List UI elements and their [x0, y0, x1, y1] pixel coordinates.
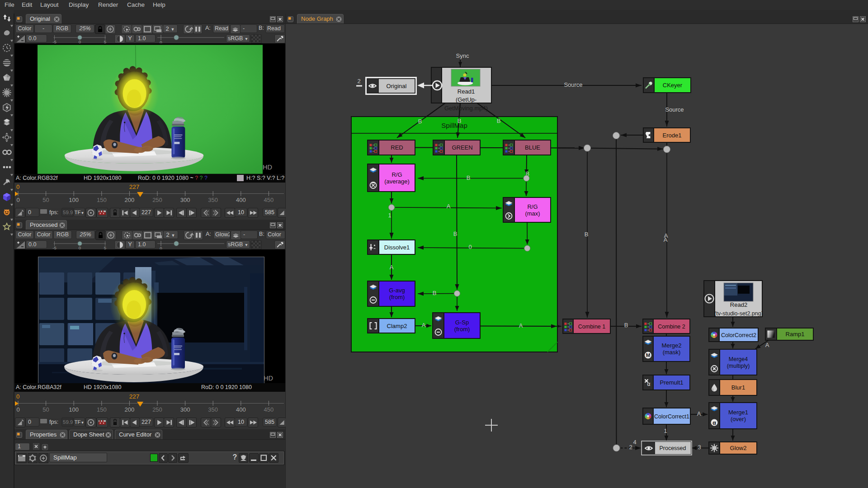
svg-text:RED: RED — [391, 144, 403, 151]
svg-text:A: A — [390, 264, 394, 271]
svg-text:A: A — [519, 322, 523, 329]
svg-text:Merge2: Merge2 — [661, 342, 681, 349]
svg-text:GetMoving.mp4): GetMoving.mp4) — [444, 105, 488, 112]
svg-text:Original: Original — [387, 83, 407, 89]
svg-text:Combine 2: Combine 2 — [658, 324, 685, 330]
svg-text:Source: Source — [564, 81, 582, 88]
svg-text:0: 0 — [16, 183, 19, 190]
svg-text:A: A — [765, 342, 769, 348]
svg-text:Clamp2: Clamp2 — [387, 323, 407, 329]
svg-text:Blur1: Blur1 — [731, 384, 745, 391]
svg-text:1: 1 — [388, 212, 391, 219]
svg-text:(average): (average) — [384, 178, 410, 185]
svg-text:200: 200 — [125, 197, 135, 203]
svg-text:250: 250 — [152, 406, 162, 413]
svg-text:50: 50 — [42, 406, 49, 413]
svg-text:α: α — [712, 420, 716, 426]
svg-text:150: 150 — [97, 406, 107, 413]
svg-text:(tv-studio-set2.png): (tv-studio-set2.png) — [714, 310, 763, 317]
svg-text:300: 300 — [180, 197, 190, 203]
svg-text:Erode1: Erode1 — [663, 132, 682, 139]
svg-text:1: 1 — [664, 427, 667, 434]
svg-text:B: B — [433, 290, 437, 296]
svg-text:0: 0 — [16, 197, 19, 203]
svg-text:B: B — [467, 174, 471, 181]
svg-text:(from): (from) — [454, 326, 470, 333]
svg-text:0: 0 — [468, 244, 472, 250]
svg-text:Premult1: Premult1 — [660, 379, 683, 386]
svg-text:Dissolve1: Dissolve1 — [384, 244, 410, 251]
svg-text:(max): (max) — [525, 210, 540, 217]
svg-text:G-avg: G-avg — [389, 287, 405, 294]
svg-text:GREEN: GREEN — [452, 144, 472, 151]
svg-text:Sync: Sync — [456, 52, 469, 59]
svg-text:3: 3 — [698, 444, 701, 450]
svg-text:100: 100 — [69, 197, 79, 203]
svg-text:M: M — [646, 352, 651, 358]
svg-text:50: 50 — [42, 197, 49, 203]
svg-text:A: A — [447, 203, 451, 210]
svg-text:Merge1: Merge1 — [728, 409, 748, 416]
svg-text:B: B — [624, 322, 628, 328]
svg-text:G-Sp: G-Sp — [455, 319, 469, 326]
svg-text:250: 250 — [152, 197, 162, 203]
svg-text:Source: Source — [665, 106, 684, 113]
svg-text:2: 2 — [629, 444, 632, 450]
svg-text:Read2: Read2 — [730, 301, 747, 308]
svg-text:150: 150 — [97, 197, 107, 203]
svg-text:Processed: Processed — [659, 445, 686, 451]
svg-text:A: A — [422, 322, 426, 328]
svg-text:450: 450 — [264, 406, 274, 413]
svg-text:ColorCorrect2: ColorCorrect2 — [721, 332, 756, 338]
svg-text:227: 227 — [129, 183, 140, 190]
svg-text:Ramp1: Ramp1 — [786, 331, 805, 338]
svg-text:227: 227 — [129, 393, 140, 400]
svg-text:(from): (from) — [389, 294, 405, 300]
svg-text:4: 4 — [633, 439, 636, 446]
svg-text:400: 400 — [236, 197, 246, 203]
svg-text:B: B — [497, 117, 501, 124]
svg-text:B: B — [458, 117, 462, 124]
svg-text:(multiply): (multiply) — [727, 363, 750, 369]
svg-text:R/G: R/G — [392, 171, 402, 178]
svg-text:A: A — [664, 236, 668, 243]
svg-text:Merge4: Merge4 — [729, 356, 748, 362]
svg-text:350: 350 — [208, 406, 218, 413]
svg-text:BLUE: BLUE — [525, 144, 540, 151]
svg-text:0: 0 — [16, 393, 19, 400]
svg-text:Combine 1: Combine 1 — [578, 324, 605, 330]
svg-text:350: 350 — [208, 197, 218, 203]
svg-text:α: α — [647, 381, 651, 387]
svg-text:450: 450 — [264, 197, 274, 203]
svg-text:Read1: Read1 — [458, 88, 475, 95]
svg-text:SpillMap: SpillMap — [441, 122, 467, 129]
svg-text:(mask): (mask) — [663, 349, 681, 356]
svg-text:ColorCorrect1: ColorCorrect1 — [654, 413, 689, 420]
svg-text:B: B — [585, 231, 589, 238]
svg-text:Glow2: Glow2 — [730, 445, 747, 451]
svg-text:(GetUp-: (GetUp- — [456, 96, 476, 103]
svg-text:400: 400 — [236, 406, 246, 413]
svg-text:200: 200 — [125, 406, 135, 413]
svg-text:2: 2 — [357, 78, 360, 84]
svg-text:0: 0 — [16, 406, 19, 413]
svg-text:A: A — [697, 410, 701, 417]
svg-text:300: 300 — [180, 406, 190, 413]
svg-text:100: 100 — [69, 406, 79, 413]
svg-text:B: B — [453, 230, 458, 237]
svg-text:R/G: R/G — [527, 203, 538, 210]
svg-text:B: B — [418, 118, 422, 125]
svg-text:CKeyer: CKeyer — [663, 82, 683, 89]
svg-text:(over): (over) — [731, 416, 746, 422]
